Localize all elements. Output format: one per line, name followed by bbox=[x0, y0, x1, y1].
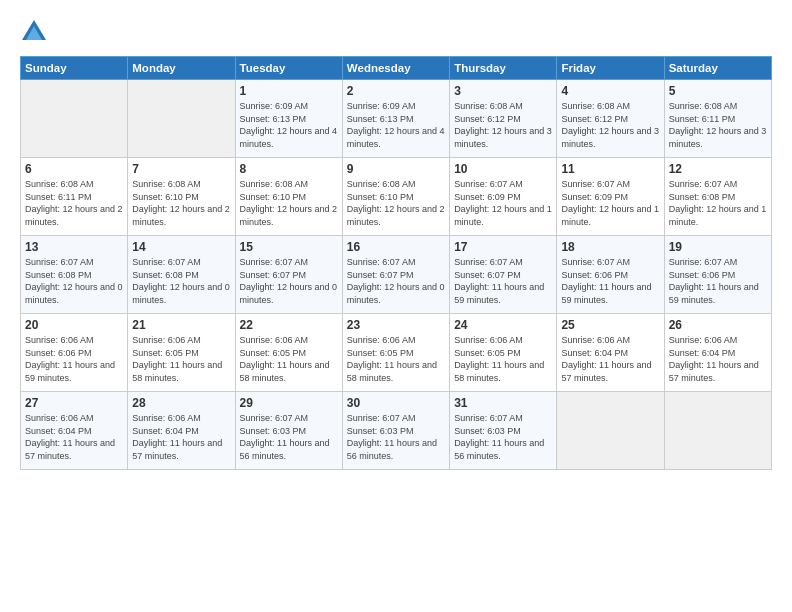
calendar-cell: 18Sunrise: 6:07 AMSunset: 6:06 PMDayligh… bbox=[557, 236, 664, 314]
day-detail: Sunrise: 6:07 AMSunset: 6:09 PMDaylight:… bbox=[454, 178, 552, 228]
day-number: 2 bbox=[347, 84, 445, 98]
day-number: 6 bbox=[25, 162, 123, 176]
day-detail: Sunrise: 6:07 AMSunset: 6:07 PMDaylight:… bbox=[240, 256, 338, 306]
calendar-cell bbox=[664, 392, 771, 470]
day-detail: Sunrise: 6:07 AMSunset: 6:07 PMDaylight:… bbox=[347, 256, 445, 306]
calendar-cell: 27Sunrise: 6:06 AMSunset: 6:04 PMDayligh… bbox=[21, 392, 128, 470]
day-number: 15 bbox=[240, 240, 338, 254]
day-detail: Sunrise: 6:06 AMSunset: 6:04 PMDaylight:… bbox=[132, 412, 230, 462]
day-number: 11 bbox=[561, 162, 659, 176]
day-number: 30 bbox=[347, 396, 445, 410]
calendar-cell: 29Sunrise: 6:07 AMSunset: 6:03 PMDayligh… bbox=[235, 392, 342, 470]
weekday-header-tuesday: Tuesday bbox=[235, 57, 342, 80]
day-detail: Sunrise: 6:08 AMSunset: 6:11 PMDaylight:… bbox=[669, 100, 767, 150]
day-number: 21 bbox=[132, 318, 230, 332]
calendar-cell: 6Sunrise: 6:08 AMSunset: 6:11 PMDaylight… bbox=[21, 158, 128, 236]
day-detail: Sunrise: 6:06 AMSunset: 6:06 PMDaylight:… bbox=[25, 334, 123, 384]
day-number: 19 bbox=[669, 240, 767, 254]
day-number: 27 bbox=[25, 396, 123, 410]
calendar-cell: 24Sunrise: 6:06 AMSunset: 6:05 PMDayligh… bbox=[450, 314, 557, 392]
day-number: 10 bbox=[454, 162, 552, 176]
calendar-cell: 2Sunrise: 6:09 AMSunset: 6:13 PMDaylight… bbox=[342, 80, 449, 158]
day-number: 14 bbox=[132, 240, 230, 254]
day-number: 9 bbox=[347, 162, 445, 176]
day-number: 1 bbox=[240, 84, 338, 98]
day-detail: Sunrise: 6:07 AMSunset: 6:08 PMDaylight:… bbox=[669, 178, 767, 228]
calendar-cell: 22Sunrise: 6:06 AMSunset: 6:05 PMDayligh… bbox=[235, 314, 342, 392]
day-number: 23 bbox=[347, 318, 445, 332]
header bbox=[20, 18, 772, 46]
calendar-cell: 5Sunrise: 6:08 AMSunset: 6:11 PMDaylight… bbox=[664, 80, 771, 158]
calendar-cell: 3Sunrise: 6:08 AMSunset: 6:12 PMDaylight… bbox=[450, 80, 557, 158]
day-number: 16 bbox=[347, 240, 445, 254]
weekday-header-saturday: Saturday bbox=[664, 57, 771, 80]
day-number: 8 bbox=[240, 162, 338, 176]
day-number: 29 bbox=[240, 396, 338, 410]
weekday-header-row: SundayMondayTuesdayWednesdayThursdayFrid… bbox=[21, 57, 772, 80]
day-detail: Sunrise: 6:09 AMSunset: 6:13 PMDaylight:… bbox=[240, 100, 338, 150]
calendar-cell: 28Sunrise: 6:06 AMSunset: 6:04 PMDayligh… bbox=[128, 392, 235, 470]
day-number: 3 bbox=[454, 84, 552, 98]
calendar-cell: 7Sunrise: 6:08 AMSunset: 6:10 PMDaylight… bbox=[128, 158, 235, 236]
calendar-cell: 26Sunrise: 6:06 AMSunset: 6:04 PMDayligh… bbox=[664, 314, 771, 392]
day-number: 12 bbox=[669, 162, 767, 176]
calendar-week-row: 6Sunrise: 6:08 AMSunset: 6:11 PMDaylight… bbox=[21, 158, 772, 236]
calendar-cell: 23Sunrise: 6:06 AMSunset: 6:05 PMDayligh… bbox=[342, 314, 449, 392]
day-number: 7 bbox=[132, 162, 230, 176]
calendar-week-row: 20Sunrise: 6:06 AMSunset: 6:06 PMDayligh… bbox=[21, 314, 772, 392]
weekday-header-friday: Friday bbox=[557, 57, 664, 80]
calendar-cell bbox=[21, 80, 128, 158]
calendar-cell: 9Sunrise: 6:08 AMSunset: 6:10 PMDaylight… bbox=[342, 158, 449, 236]
weekday-header-thursday: Thursday bbox=[450, 57, 557, 80]
calendar-cell: 11Sunrise: 6:07 AMSunset: 6:09 PMDayligh… bbox=[557, 158, 664, 236]
day-number: 24 bbox=[454, 318, 552, 332]
weekday-header-wednesday: Wednesday bbox=[342, 57, 449, 80]
calendar-cell: 30Sunrise: 6:07 AMSunset: 6:03 PMDayligh… bbox=[342, 392, 449, 470]
day-number: 5 bbox=[669, 84, 767, 98]
calendar-cell: 13Sunrise: 6:07 AMSunset: 6:08 PMDayligh… bbox=[21, 236, 128, 314]
day-number: 28 bbox=[132, 396, 230, 410]
calendar-week-row: 13Sunrise: 6:07 AMSunset: 6:08 PMDayligh… bbox=[21, 236, 772, 314]
calendar-cell: 19Sunrise: 6:07 AMSunset: 6:06 PMDayligh… bbox=[664, 236, 771, 314]
calendar-week-row: 1Sunrise: 6:09 AMSunset: 6:13 PMDaylight… bbox=[21, 80, 772, 158]
calendar-cell: 8Sunrise: 6:08 AMSunset: 6:10 PMDaylight… bbox=[235, 158, 342, 236]
calendar-cell bbox=[128, 80, 235, 158]
day-detail: Sunrise: 6:06 AMSunset: 6:05 PMDaylight:… bbox=[132, 334, 230, 384]
day-detail: Sunrise: 6:07 AMSunset: 6:08 PMDaylight:… bbox=[25, 256, 123, 306]
day-number: 18 bbox=[561, 240, 659, 254]
day-number: 17 bbox=[454, 240, 552, 254]
day-number: 26 bbox=[669, 318, 767, 332]
day-detail: Sunrise: 6:07 AMSunset: 6:09 PMDaylight:… bbox=[561, 178, 659, 228]
day-detail: Sunrise: 6:09 AMSunset: 6:13 PMDaylight:… bbox=[347, 100, 445, 150]
calendar-cell: 20Sunrise: 6:06 AMSunset: 6:06 PMDayligh… bbox=[21, 314, 128, 392]
day-detail: Sunrise: 6:08 AMSunset: 6:10 PMDaylight:… bbox=[240, 178, 338, 228]
calendar-cell: 14Sunrise: 6:07 AMSunset: 6:08 PMDayligh… bbox=[128, 236, 235, 314]
calendar-week-row: 27Sunrise: 6:06 AMSunset: 6:04 PMDayligh… bbox=[21, 392, 772, 470]
day-detail: Sunrise: 6:06 AMSunset: 6:05 PMDaylight:… bbox=[347, 334, 445, 384]
day-detail: Sunrise: 6:07 AMSunset: 6:03 PMDaylight:… bbox=[347, 412, 445, 462]
calendar-cell: 10Sunrise: 6:07 AMSunset: 6:09 PMDayligh… bbox=[450, 158, 557, 236]
day-detail: Sunrise: 6:06 AMSunset: 6:05 PMDaylight:… bbox=[240, 334, 338, 384]
day-number: 4 bbox=[561, 84, 659, 98]
day-number: 31 bbox=[454, 396, 552, 410]
day-detail: Sunrise: 6:08 AMSunset: 6:10 PMDaylight:… bbox=[347, 178, 445, 228]
day-detail: Sunrise: 6:08 AMSunset: 6:11 PMDaylight:… bbox=[25, 178, 123, 228]
day-detail: Sunrise: 6:07 AMSunset: 6:03 PMDaylight:… bbox=[240, 412, 338, 462]
calendar-cell: 31Sunrise: 6:07 AMSunset: 6:03 PMDayligh… bbox=[450, 392, 557, 470]
day-detail: Sunrise: 6:06 AMSunset: 6:05 PMDaylight:… bbox=[454, 334, 552, 384]
calendar-cell bbox=[557, 392, 664, 470]
day-detail: Sunrise: 6:08 AMSunset: 6:12 PMDaylight:… bbox=[561, 100, 659, 150]
day-detail: Sunrise: 6:06 AMSunset: 6:04 PMDaylight:… bbox=[25, 412, 123, 462]
day-number: 22 bbox=[240, 318, 338, 332]
logo bbox=[20, 18, 52, 46]
calendar-cell: 1Sunrise: 6:09 AMSunset: 6:13 PMDaylight… bbox=[235, 80, 342, 158]
calendar-cell: 12Sunrise: 6:07 AMSunset: 6:08 PMDayligh… bbox=[664, 158, 771, 236]
day-detail: Sunrise: 6:08 AMSunset: 6:10 PMDaylight:… bbox=[132, 178, 230, 228]
calendar-cell: 16Sunrise: 6:07 AMSunset: 6:07 PMDayligh… bbox=[342, 236, 449, 314]
day-detail: Sunrise: 6:07 AMSunset: 6:06 PMDaylight:… bbox=[669, 256, 767, 306]
day-number: 25 bbox=[561, 318, 659, 332]
calendar-cell: 17Sunrise: 6:07 AMSunset: 6:07 PMDayligh… bbox=[450, 236, 557, 314]
page: SundayMondayTuesdayWednesdayThursdayFrid… bbox=[0, 0, 792, 612]
weekday-header-sunday: Sunday bbox=[21, 57, 128, 80]
day-detail: Sunrise: 6:07 AMSunset: 6:08 PMDaylight:… bbox=[132, 256, 230, 306]
